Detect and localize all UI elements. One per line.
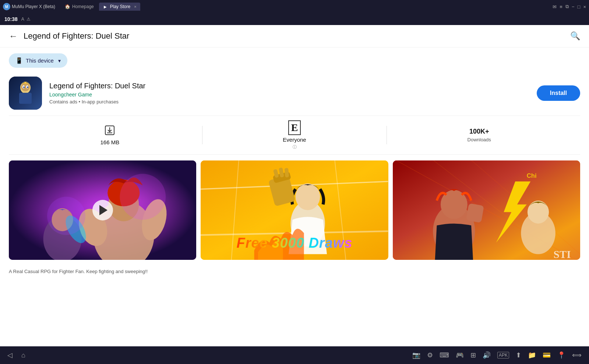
app-logo: M [3, 3, 10, 10]
svg-rect-2 [19, 93, 32, 104]
svg-point-29 [296, 183, 320, 210]
screenshot-2-content: Free 3000 Draws [201, 160, 388, 260]
back-nav-icon[interactable]: ◁ [7, 351, 13, 359]
device-selector-button[interactable]: 📱 This device ▾ [9, 53, 67, 68]
warning-icon: ⚠ [27, 17, 31, 22]
screenshot-3[interactable]: STI Chi [393, 160, 580, 260]
svg-text:STI: STI [553, 248, 571, 260]
home-nav-icon[interactable]: ⌂ [21, 351, 25, 359]
downloads-label: Downloads [468, 137, 491, 142]
volume-icon[interactable]: 🔊 [483, 351, 491, 359]
screenshot-3-svg: STI Chi [393, 160, 580, 260]
homepage-tab-label: Homepage [72, 4, 94, 9]
free-draws-text: Free 3000 Draws [237, 235, 353, 251]
stats-row: 166 MB E Everyone ⓘ 100K+ Downloads [9, 116, 580, 155]
search-button[interactable]: 🔍 [570, 31, 580, 41]
mail-icon[interactable]: ✉ [553, 4, 557, 10]
download-icon [105, 125, 115, 138]
app-info-section: Legend of Fighters: Duel Star Loongcheer… [0, 71, 589, 116]
back-button[interactable]: ← [9, 31, 18, 41]
taskbar-left: ◁ ⌂ [7, 351, 25, 359]
status-icons: A ⚠ [21, 17, 31, 22]
size-value: 166 MB [100, 139, 119, 145]
screenshots-row: Free 3000 Draws [0, 155, 589, 266]
page-title: Legend of Fighters: Duel Star [24, 31, 570, 41]
app-icon-inner [9, 77, 42, 110]
play-overlay[interactable] [92, 200, 113, 220]
app-developer: Loongcheer Game [49, 92, 529, 98]
downloads-value: 100K+ [469, 128, 489, 135]
app-topbar: ← Legend of Fighters: Duel Star 🔍 [0, 25, 589, 47]
svg-point-7 [27, 86, 28, 88]
app-meta: Contains ads • In-app purchases [49, 99, 529, 105]
app-name-label: MuMu Player X (Beta) [12, 4, 55, 9]
app-icon-svg [9, 77, 42, 110]
play-store-tab[interactable]: ▶ Play Store × [99, 3, 140, 11]
status-time: 10:38 [4, 16, 18, 22]
svg-point-22 [47, 197, 85, 235]
expand-icon[interactable]: ⟺ [572, 351, 582, 359]
titlebar-controls: ✉ ≡ ⧉ − □ × [553, 4, 586, 10]
svg-point-43 [528, 201, 549, 223]
app-name: Legend of Fighters: Duel Star [49, 82, 529, 90]
rating-info-icon[interactable]: ⓘ [293, 144, 297, 150]
app-icon [9, 77, 42, 110]
stat-size: 166 MB [18, 125, 202, 145]
chevron-down-icon: ▾ [58, 58, 61, 64]
app-description: A Real Casual RPG for Fighter Fan. Keep … [0, 266, 589, 277]
main-content: ← Legend of Fighters: Duel Star 🔍 📱 This… [0, 25, 589, 346]
stat-downloads: 100K+ Downloads [387, 128, 571, 142]
camera-icon[interactable]: 📷 [412, 351, 420, 359]
svg-point-8 [24, 82, 27, 84]
wallet-icon[interactable]: 💳 [543, 351, 551, 359]
install-button[interactable]: Install [537, 85, 580, 101]
location-icon[interactable]: 📍 [557, 351, 565, 359]
keyboard-icon[interactable]: ⌨ [440, 351, 449, 359]
promo-text-container: Free 3000 Draws [201, 235, 388, 251]
sync-icon: A [21, 17, 24, 22]
app-details: Legend of Fighters: Duel Star Loongcheer… [49, 82, 529, 105]
statusbar: 10:38 A ⚠ [0, 13, 589, 25]
minimize-button[interactable]: − [572, 4, 575, 10]
svg-text:Chi: Chi [526, 172, 536, 179]
screenshot-1-content [9, 160, 196, 260]
gamepad-icon[interactable]: 🎮 [456, 351, 464, 359]
apk-icon[interactable]: APK [497, 352, 509, 358]
svg-point-21 [120, 174, 166, 220]
taskbar-right: 📷 ⚙ ⌨ 🎮 ⊞ 🔊 APK ⬆ 📁 💳 📍 ⟺ [412, 351, 582, 359]
play-icon [99, 205, 107, 215]
home-icon: 🏠 [65, 4, 70, 9]
svg-rect-41 [466, 203, 484, 223]
maximize-button[interactable]: □ [578, 4, 581, 10]
restore-icon[interactable]: ⧉ [565, 4, 569, 10]
screenshot-2[interactable]: Free 3000 Draws [201, 160, 388, 260]
close-button[interactable]: × [583, 4, 586, 10]
svg-point-6 [23, 86, 25, 88]
device-label: This device [26, 57, 54, 64]
play-store-tab-label: Play Store [110, 4, 130, 9]
sync-taskbar-icon[interactable]: ⬆ [516, 351, 521, 359]
settings-icon[interactable]: ⚙ [427, 351, 433, 359]
rating-value: Everyone [283, 137, 306, 143]
files-icon[interactable]: 📁 [528, 351, 536, 359]
menu-icon[interactable]: ≡ [560, 4, 562, 10]
stat-rating: E Everyone ⓘ [202, 120, 387, 150]
homepage-tab[interactable]: 🏠 Homepage [61, 3, 98, 11]
play-store-tab-icon: ▶ [103, 4, 108, 9]
screenshot-3-content: STI Chi [393, 160, 580, 260]
phone-icon: 📱 [15, 57, 23, 64]
tab-close-button[interactable]: × [134, 4, 136, 9]
screen-icon[interactable]: ⊞ [470, 351, 476, 359]
device-selector-area: 📱 This device ▾ [0, 47, 589, 71]
titlebar: M MuMu Player X (Beta) 🏠 Homepage ▶ Play… [0, 0, 589, 13]
taskbar: ◁ ⌂ 📷 ⚙ ⌨ 🎮 ⊞ 🔊 APK ⬆ 📁 💳 📍 ⟺ [0, 346, 589, 364]
screenshot-1[interactable] [9, 160, 196, 260]
svg-rect-34 [285, 168, 289, 177]
esrb-icon: E [288, 120, 301, 135]
